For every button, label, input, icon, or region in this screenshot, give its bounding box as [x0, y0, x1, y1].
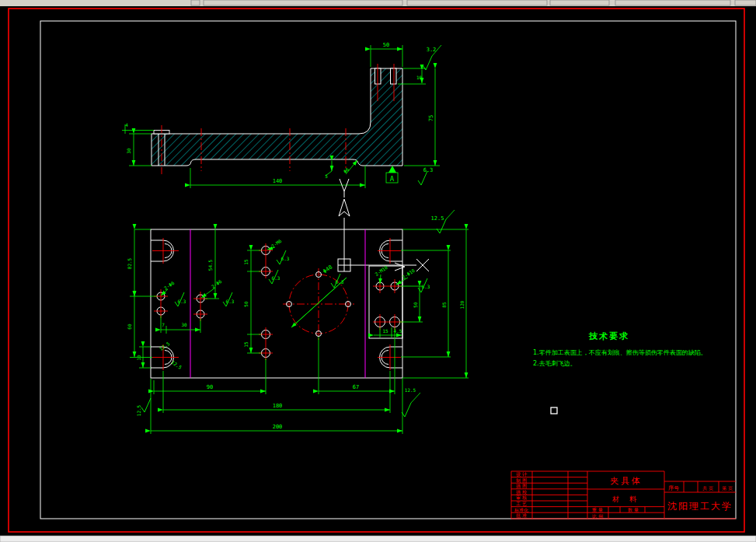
cad-drawing-canvas[interactable]: A	[0, 0, 756, 542]
datum-label: A	[390, 175, 395, 183]
dimension-text: 54.5	[207, 259, 213, 271]
dimension-text: 6.3	[423, 167, 434, 173]
dimension-text: 82.5	[127, 257, 132, 269]
dimension-text: 85	[441, 302, 447, 308]
toolbar-panel-5[interactable]	[735, 0, 756, 5]
top-toolbar	[0, 0, 756, 6]
dimension-text: 30	[181, 322, 187, 327]
toolbar-panel-2[interactable]	[407, 0, 547, 5]
dimension-text: 15	[243, 259, 249, 265]
row-label: 批 准	[516, 512, 527, 519]
dimension-text: 10	[416, 75, 423, 80]
bottom-bar	[0, 536, 756, 542]
tech-requirement-item: 1.零件加工表面上，不应有划痕、擦伤等损伤零件表面的缺陷。	[533, 349, 707, 356]
dimension-text: 200	[273, 424, 283, 430]
toolbar-grip[interactable]	[191, 0, 200, 5]
part-name: 夹具体	[610, 476, 643, 486]
dimension-text: 5	[325, 173, 328, 179]
pages-total-label: 共 页	[702, 485, 713, 491]
signature-rows: 设 计 制 图 描 图 描 校 审 核 工 艺 标准化 批 准	[514, 471, 528, 519]
scale-label: 比 例	[592, 513, 603, 519]
dimension-text: 10	[136, 355, 141, 361]
dimension-text: 4	[125, 122, 128, 128]
weight-label: 重 量	[591, 507, 603, 512]
serial-label: 序号	[668, 485, 679, 491]
tech-requirement-item: 2.去毛刺飞边。	[533, 360, 577, 367]
toolbar-panel-4[interactable]	[615, 0, 730, 5]
dimension-text: 50	[243, 301, 249, 307]
dimension-text: 7	[162, 322, 165, 327]
toolbar-panel-3[interactable]	[550, 0, 609, 5]
dimension-text: 6.3	[178, 299, 186, 304]
dimension-text: 4.5	[394, 328, 402, 334]
dimension-text: 180	[273, 403, 283, 409]
page-label: 第 页	[722, 485, 733, 491]
dimension-text: 15	[243, 341, 249, 348]
dimension-text: 6.3	[422, 284, 430, 289]
dimension-text: 90	[207, 384, 213, 390]
dimension-text: 6.3	[226, 299, 235, 304]
dimension-text: 140	[273, 178, 283, 184]
material-label: 材 料	[611, 495, 640, 503]
dimension-text: 6.3	[272, 275, 280, 281]
toolbar-panel-1[interactable]	[204, 0, 402, 5]
slot-hole	[391, 68, 397, 84]
dimension-text: 6.3	[336, 279, 344, 285]
row-label: 设 计	[516, 471, 527, 477]
dimension-text: 50	[413, 302, 418, 308]
dimension-text: 12.5	[136, 404, 141, 416]
school-name: 沈阳理工大学	[667, 501, 733, 512]
dimension-text: 75	[428, 115, 434, 121]
tech-requirements-title: 技术要求	[588, 331, 629, 341]
dimension-text: 6.3	[281, 256, 290, 261]
dimension-text: 15	[382, 328, 388, 334]
dimension-text: 60	[127, 323, 132, 330]
row-label: 工 艺	[516, 501, 527, 506]
row-label: 审 核	[516, 495, 527, 500]
dimension-text: 50	[383, 42, 389, 48]
dimension-text: 3.2	[427, 47, 437, 53]
dimension-text: 30	[126, 148, 131, 154]
dimension-text: 67	[353, 384, 359, 390]
dimension-text: 12.5	[431, 215, 444, 222]
dimension-text: 12.5	[405, 387, 416, 393]
quantity-label: 数 量	[628, 507, 639, 512]
dimension-text: 120	[459, 300, 465, 309]
grip-point	[551, 407, 557, 414]
